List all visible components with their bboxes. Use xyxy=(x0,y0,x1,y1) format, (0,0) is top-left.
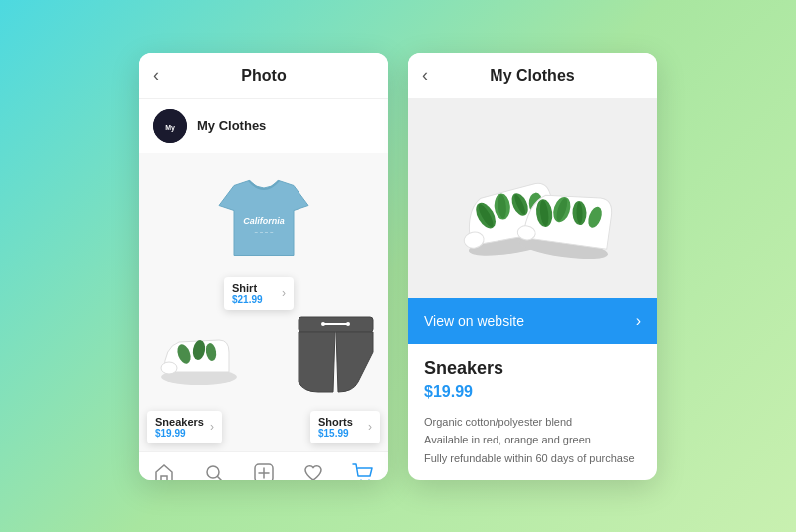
sneakers-tag-arrow: › xyxy=(210,420,214,434)
left-back-button[interactable]: ‹ xyxy=(153,65,159,86)
photo-grid: California ~ ~ ~ ~ xyxy=(139,153,388,451)
left-phone-screen: ‹ Photo My My Clothes xyxy=(139,53,388,480)
shirt-tag-price: $21.99 xyxy=(232,294,263,305)
shirt-image: California ~ ~ ~ ~ xyxy=(214,163,313,267)
shorts-tag-arrow: › xyxy=(368,420,372,434)
sneakers-tag[interactable]: Sneakers $19.99 › xyxy=(147,411,222,443)
avatar: My xyxy=(153,109,187,143)
svg-point-12 xyxy=(346,322,350,326)
right-header-title: My Clothes xyxy=(490,67,574,85)
svg-text:~ ~ ~ ~: ~ ~ ~ ~ xyxy=(254,228,274,234)
left-header: ‹ Photo xyxy=(139,53,388,99)
add-nav-icon[interactable] xyxy=(253,462,275,480)
sneakers-big-image xyxy=(433,129,632,268)
svg-point-8 xyxy=(161,362,177,374)
shirt-tag-arrow: › xyxy=(282,286,286,300)
view-on-website-button[interactable]: View on website › xyxy=(408,298,657,344)
svg-text:California: California xyxy=(243,215,285,225)
product-image-area xyxy=(408,99,657,298)
bottom-nav xyxy=(139,451,388,480)
svg-text:My: My xyxy=(165,124,175,132)
product-name: Sneakers xyxy=(424,358,641,379)
right-back-button[interactable]: ‹ xyxy=(422,65,428,86)
right-header: ‹ My Clothes xyxy=(408,53,657,99)
view-website-arrow-icon: › xyxy=(636,312,641,330)
product-desc-line-2: Available in red, orange and green xyxy=(424,431,641,449)
product-desc-line-1: Organic cotton/polyester blend xyxy=(424,413,641,432)
profile-name: My Clothes xyxy=(197,118,266,133)
shorts-image xyxy=(294,312,378,402)
home-nav-icon[interactable] xyxy=(153,462,175,480)
svg-point-11 xyxy=(321,322,325,326)
svg-point-19 xyxy=(368,479,371,480)
product-info: Sneakers $19.99 Organic cotton/polyester… xyxy=(408,344,657,480)
shorts-tag[interactable]: Shorts $15.99 › xyxy=(310,411,380,443)
product-price: $19.99 xyxy=(424,383,641,401)
view-on-website-label: View on website xyxy=(424,313,524,329)
shorts-tag-name: Shorts xyxy=(318,416,353,428)
shirt-tag[interactable]: Shirt $21.99 › xyxy=(224,277,294,310)
profile-row: My My Clothes xyxy=(139,99,388,153)
shorts-tag-price: $15.99 xyxy=(318,428,353,439)
left-header-title: Photo xyxy=(241,67,286,85)
svg-line-14 xyxy=(218,476,223,480)
sneakers-image-left xyxy=(149,312,244,392)
shirt-tag-name: Shirt xyxy=(232,282,263,294)
svg-point-18 xyxy=(360,479,363,480)
heart-nav-icon[interactable] xyxy=(302,462,324,480)
product-desc-line-3: Fully refundable within 60 days of purch… xyxy=(424,449,641,468)
search-nav-icon[interactable] xyxy=(203,462,225,480)
cart-nav-icon[interactable] xyxy=(352,462,374,480)
sneakers-tag-name: Sneakers xyxy=(155,416,204,428)
sneakers-tag-price: $19.99 xyxy=(155,428,204,439)
right-phone-screen: ‹ My Clothes xyxy=(408,53,657,480)
